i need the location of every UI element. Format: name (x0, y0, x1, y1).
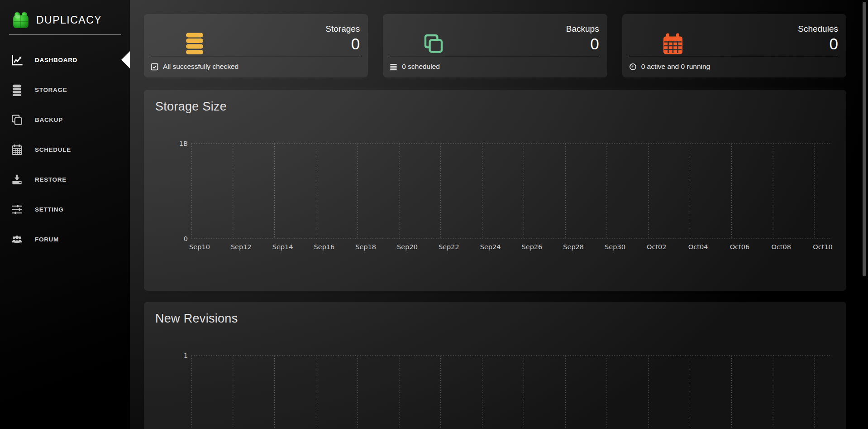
svg-text:Sep14: Sep14 (272, 243, 293, 251)
card-footer-text: 0 active and 0 running (641, 63, 711, 71)
card-divider (629, 56, 838, 56)
svg-text:Sep12: Sep12 (231, 243, 252, 251)
svg-text:Sep28: Sep28 (563, 243, 584, 251)
logo: DUPLICACY (0, 0, 130, 33)
sidebar-item-label: BACKUP (35, 116, 63, 123)
svg-text:Oct08: Oct08 (771, 243, 791, 251)
svg-text:Sep26: Sep26 (522, 243, 543, 251)
card-value: 0 (351, 35, 360, 53)
new-revisions-chart: 01Sep10Sep12Sep14Sep16Sep18Sep20Sep22Sep… (144, 302, 846, 429)
card-divider (151, 56, 360, 56)
list-rows-icon (390, 63, 397, 71)
card-footer-text: 0 scheduled (402, 63, 440, 71)
restore-download-icon (10, 173, 24, 186)
svg-text:1: 1 (184, 352, 188, 359)
active-item-arrow (121, 51, 130, 68)
sidebar-item-setting[interactable]: SETTING (0, 194, 130, 224)
database-stack-icon (184, 33, 205, 56)
card-footer: 0 scheduled (390, 58, 440, 76)
summary-card-schedules: Schedules 0 0 active and 0 running (622, 14, 846, 77)
card-value: 0 (830, 35, 838, 53)
duplicacy-logo-icon (12, 10, 30, 29)
sidebar-menu: DASHBOARD STORAGE (0, 45, 130, 254)
svg-text:Oct02: Oct02 (647, 243, 667, 251)
svg-text:Sep30: Sep30 (605, 243, 625, 251)
sidebar-item-forum[interactable]: FORUM (0, 224, 130, 254)
svg-text:Oct04: Oct04 (688, 243, 708, 251)
main-content: Storages 0 All successfully checked (130, 0, 868, 429)
card-title: Storages (325, 24, 360, 34)
card-title: Schedules (798, 24, 838, 34)
card-title: Backups (566, 24, 599, 34)
sidebar-item-label: RESTORE (35, 176, 67, 183)
sidebar: DUPLICACY DASHBOARD (0, 0, 130, 429)
card-divider (390, 56, 599, 56)
sidebar-item-label: SCHEDULE (35, 146, 71, 153)
forum-users-icon (10, 232, 24, 246)
app-title: DUPLICACY (36, 14, 102, 26)
copy-squares-icon (423, 33, 444, 56)
svg-text:Sep22: Sep22 (439, 243, 459, 251)
app-root: DUPLICACY DASHBOARD (0, 0, 868, 429)
sidebar-item-label: FORUM (35, 236, 59, 243)
summary-card-backups: Backups 0 0 scheduled (383, 14, 607, 77)
card-footer-text: All successfully checked (163, 63, 238, 71)
sidebar-item-dashboard[interactable]: DASHBOARD (0, 45, 130, 75)
sidebar-item-storage[interactable]: STORAGE (0, 75, 130, 105)
svg-text:Sep16: Sep16 (314, 243, 335, 251)
svg-text:Sep10: Sep10 (189, 243, 210, 251)
sidebar-item-label: DASHBOARD (35, 57, 77, 63)
schedule-calendar-icon (10, 143, 24, 156)
setting-sliders-icon (10, 202, 24, 216)
sidebar-item-restore[interactable]: RESTORE (0, 164, 130, 194)
summary-cards-row: Storages 0 All successfully checked (144, 14, 846, 77)
svg-text:Sep20: Sep20 (397, 243, 418, 251)
vertical-scrollbar[interactable] (863, 2, 866, 276)
storage-database-icon (10, 83, 24, 96)
card-value: 0 (590, 35, 599, 53)
card-footer: 0 active and 0 running (629, 58, 711, 76)
sidebar-item-label: STORAGE (35, 87, 67, 93)
svg-text:Oct10: Oct10 (813, 243, 833, 251)
svg-text:1B: 1B (179, 140, 188, 147)
storage-size-panel: Storage Size 01BSep10Sep12Sep14Sep16Sep1… (144, 90, 846, 291)
svg-text:Oct06: Oct06 (730, 243, 750, 251)
calendar-icon (662, 33, 684, 56)
storage-size-chart: 01BSep10Sep12Sep14Sep16Sep18Sep20Sep22Se… (144, 90, 846, 291)
new-revisions-panel: New Revisions 01Sep10Sep12Sep14Sep16Sep1… (144, 302, 846, 429)
card-footer: All successfully checked (151, 58, 238, 76)
clock-icon (629, 63, 637, 71)
check-square-icon (151, 63, 158, 71)
dashboard-chart-icon (10, 53, 24, 67)
sidebar-item-schedule[interactable]: SCHEDULE (0, 135, 130, 164)
svg-text:Sep18: Sep18 (355, 243, 376, 251)
sidebar-divider (9, 34, 121, 35)
backup-copy-icon (10, 113, 24, 126)
summary-card-storages: Storages 0 All successfully checked (144, 14, 368, 77)
sidebar-item-label: SETTING (35, 206, 63, 213)
svg-text:0: 0 (184, 235, 188, 242)
svg-text:Sep24: Sep24 (480, 243, 501, 251)
sidebar-item-backup[interactable]: BACKUP (0, 105, 130, 135)
